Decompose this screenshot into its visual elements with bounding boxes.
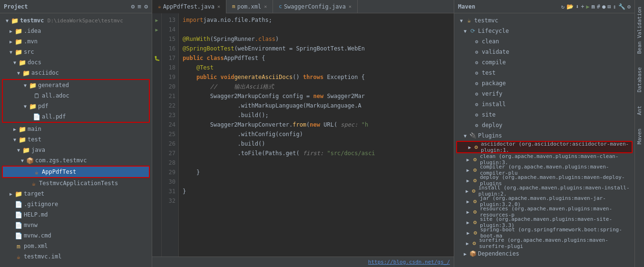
ln-26: 26 bbox=[162, 139, 178, 148]
maven-surefire-plugin[interactable]: ▶⚙surefire (org.apache.maven.plugins:mav… bbox=[454, 238, 634, 248]
maven-site-plugin[interactable]: ▶⚙site (org.apache.maven.plugins:maven-s… bbox=[454, 217, 634, 227]
maven-deploy[interactable]: ▶⚙deploy bbox=[454, 120, 634, 130]
install-p-arrow: ▶ bbox=[464, 188, 470, 194]
deploy-p-arrow: ▶ bbox=[465, 178, 471, 183]
gutter-run-15[interactable]: ▶ bbox=[153, 15, 161, 25]
tree-item-target[interactable]: ▶ 📁 target bbox=[0, 188, 152, 199]
maven-deploy-plugin[interactable]: ▶⚙deploy (org.apache.maven.plugins:maven… bbox=[454, 175, 634, 186]
tree-item-asciidoc[interactable]: ▼ 📁 asciidoc bbox=[0, 68, 152, 78]
main-arrow: ▶ bbox=[11, 127, 18, 132]
maven-compiler-plugin[interactable]: ▶⚙compiler (org.apache.maven.plugins:mav… bbox=[454, 165, 634, 175]
generated-arrow: ▼ bbox=[22, 83, 29, 88]
maven-skip-icon[interactable]: # bbox=[597, 3, 600, 10]
maven-resources-plugin[interactable]: ▶⚙resources (org.apache.maven.plugins:ma… bbox=[454, 207, 634, 217]
side-tab-maven[interactable]: Maven bbox=[635, 127, 644, 146]
iml-label: testmvc.iml bbox=[24, 253, 61, 260]
res-p-icon: ⚙ bbox=[471, 208, 479, 215]
maven-clean[interactable]: ▶⚙clean bbox=[454, 36, 634, 47]
maven-root[interactable]: ▼ ☕ testmvc bbox=[454, 15, 634, 26]
tree-item-test[interactable]: ▼ 📁 test bbox=[0, 134, 152, 145]
maven-site[interactable]: ▶⚙site bbox=[454, 109, 634, 120]
ln-23: 23 bbox=[162, 110, 178, 120]
tab-swaggerconfig[interactable]: c SwaggerConfig.java ✕ bbox=[273, 0, 358, 13]
code-view[interactable]: import java.nio.file.Paths; @RunWith(Spr… bbox=[179, 13, 454, 257]
tree-item-testmvc-iml[interactable]: ▶ ☕ testmvc.iml bbox=[0, 251, 152, 262]
side-tab-bean-validation[interactable]: Bean Validation bbox=[635, 5, 644, 56]
maven-jar-plugin[interactable]: ▶⚙jar (org.apache.maven.plugins:maven-ja… bbox=[454, 196, 634, 207]
gutter-run-18[interactable] bbox=[153, 44, 161, 53]
target-arrow: ▶ bbox=[8, 191, 14, 197]
tab-apppdftest[interactable]: ☕ AppPdfTest.java ✕ bbox=[152, 0, 226, 13]
gitignore-label: .gitignore bbox=[24, 201, 58, 208]
tree-item-testmvc-app-tests[interactable]: ▶ ☕ TestmvcApplicationTests bbox=[0, 178, 152, 188]
tree-item-external-libraries[interactable]: ▶ 📚 External Libraries bbox=[0, 265, 152, 267]
tab-pomxml[interactable]: m pom.xml ✕ bbox=[226, 0, 273, 13]
tree-item-generated[interactable]: ▼ 📁 generated bbox=[3, 80, 149, 90]
gutter-run-16[interactable]: ▶ bbox=[153, 25, 161, 34]
tab-apppdftest-close[interactable]: ✕ bbox=[217, 4, 220, 9]
side-tab-ant[interactable]: Ant bbox=[635, 104, 644, 117]
maven-asciidoctor-wrapper: ▶ ⚙ asciidoctor (org.asciidoctor:asciido… bbox=[456, 141, 633, 153]
tab-swagger-close[interactable]: ✕ bbox=[349, 4, 351, 9]
maven-download-icon[interactable]: ⬇ bbox=[576, 3, 579, 10]
maven-run-icon[interactable]: ▶ bbox=[586, 3, 589, 10]
maven-asciidoctor[interactable]: ▶ ⚙ asciidoctor (org.asciidoctor:asciido… bbox=[457, 142, 632, 152]
maven-grid-icon[interactable]: ⊞ bbox=[607, 3, 611, 10]
tree-root[interactable]: ▼ 📁 testmvc D:\ideaWorkSpace\testmvc bbox=[0, 15, 152, 26]
maven-validate[interactable]: ▶⚙validate bbox=[454, 47, 634, 57]
maven-m-icon[interactable]: m bbox=[592, 3, 595, 10]
maven-install[interactable]: ▶⚙install bbox=[454, 99, 634, 109]
side-tab-database[interactable]: Database bbox=[635, 65, 644, 94]
maven-dependencies[interactable]: ▶ 📦 Dependencies bbox=[454, 248, 634, 259]
code-line-13: import java.nio.file.Paths; bbox=[183, 15, 450, 25]
iml-icon: ☕ bbox=[14, 253, 23, 260]
maven-cycle-icon[interactable]: ● bbox=[602, 3, 605, 10]
root-label: testmvc D:\ideaWorkSpace\testmvc bbox=[20, 17, 123, 24]
maven-verify[interactable]: ▶⚙verify bbox=[454, 89, 634, 99]
maven-clean-plugin[interactable]: ▶⚙clean (org.apache.maven.plugins:maven-… bbox=[454, 154, 634, 165]
tab-pom-close[interactable]: ✕ bbox=[264, 4, 267, 9]
test-arrow: ▼ bbox=[11, 137, 18, 142]
tree-item-mvnw-cmd[interactable]: ▶ 📄 mvnw.cmd bbox=[0, 230, 152, 241]
settings-icon[interactable]: ⚙ bbox=[131, 3, 135, 10]
tree-item-package[interactable]: ▼ 📦 com.zgs.testmvc bbox=[0, 155, 152, 166]
tree-item-apppdftest[interactable]: ▶ ☕ AppPdfTest bbox=[3, 167, 149, 177]
code-line-27: .toFile(Paths.get( first: "src/docs/asci bbox=[183, 148, 450, 158]
tree-item-helpmd[interactable]: ▶ 📄 HELP.md bbox=[0, 209, 152, 220]
maven-settings-icon[interactable]: ⚙ bbox=[627, 3, 631, 10]
layout-icon[interactable]: ≡ bbox=[137, 3, 141, 10]
jar-p-icon: ⚙ bbox=[471, 198, 479, 205]
status-url[interactable]: https://blog.csdn.net/gs_/ bbox=[368, 259, 450, 265]
maven-package[interactable]: ▶⚙package bbox=[454, 78, 634, 89]
maven-spring-boot-plugin[interactable]: ▶⚙spring-boot (org.springframework.boot:… bbox=[454, 227, 634, 238]
maven-sort-icon[interactable]: ↕ bbox=[613, 3, 616, 10]
tree-item-docs[interactable]: ▼ 📁 docs bbox=[0, 57, 152, 68]
gutter-debug-19[interactable]: 🐛 bbox=[153, 53, 161, 63]
maven-lifecycle[interactable]: ▼ ⟳ Lifecycle bbox=[454, 26, 634, 36]
config-icon[interactable]: ⚙ bbox=[144, 3, 148, 10]
asciidoc-folder-icon: 📁 bbox=[22, 69, 30, 77]
sf-p-icon: ⚙ bbox=[470, 240, 478, 247]
tree-item-pdf[interactable]: ▼ 📁 pdf bbox=[3, 101, 149, 111]
maven-folder-icon[interactable]: 📂 bbox=[566, 3, 574, 10]
tree-item-all-pdf[interactable]: ▶ 📄 all.pdf bbox=[3, 111, 149, 122]
maven-test[interactable]: ▶⚙test bbox=[454, 68, 634, 78]
tree-item-mvn[interactable]: ▶ 📁 .mvn bbox=[0, 36, 152, 47]
tree-item-src[interactable]: ▼ 📁 src bbox=[0, 47, 152, 57]
tree-item-pomxml[interactable]: ▶ m pom.xml bbox=[0, 241, 152, 251]
tree-item-all-adoc[interactable]: ▶ 🗒 all.adoc bbox=[3, 90, 149, 101]
tree-item-java[interactable]: ▼ 📁 java bbox=[0, 145, 152, 155]
tree-item-main[interactable]: ▶ 📁 main bbox=[0, 124, 152, 134]
maven-add-icon[interactable]: + bbox=[581, 3, 584, 10]
tree-item-gitignore[interactable]: ▶ 📄 .gitignore bbox=[0, 199, 152, 209]
verify-gear: ⚙ bbox=[472, 91, 481, 97]
maven-compile[interactable]: ▶⚙compile bbox=[454, 57, 634, 68]
tree-item-mvnw[interactable]: ▶ 📄 mvnw bbox=[0, 220, 152, 230]
maven-install-plugin[interactable]: ▶⚙install (org.apache.maven.plugins:mave… bbox=[454, 186, 634, 196]
maven-refresh-icon[interactable]: ↻ bbox=[561, 3, 565, 10]
tree-item-idea[interactable]: ▶ 📁 .idea bbox=[0, 26, 152, 36]
maven-plugins[interactable]: ▼ 🔌 Plugins bbox=[454, 130, 634, 141]
maven-wrench-icon[interactable]: 🔧 bbox=[618, 3, 625, 10]
sf-p-arrow: ▶ bbox=[465, 241, 471, 246]
project-panel: Project ⚙ ≡ ⚙ ▼ 📁 testmvc D:\ideaWorkSpa… bbox=[0, 0, 152, 267]
